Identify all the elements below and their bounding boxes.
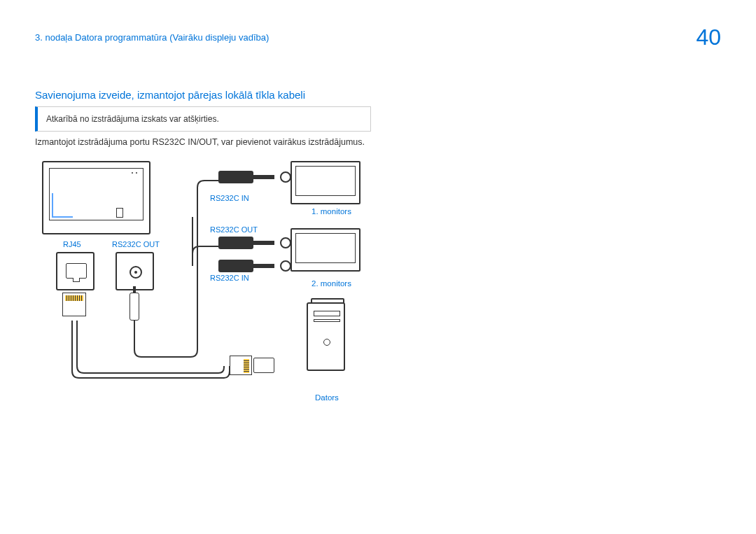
rs232c-port (115, 252, 154, 290)
monitor-2 (290, 228, 360, 272)
rs232-plug-vertical (130, 293, 139, 321)
note-box: Atkarībā no izstrādājuma izskats var atš… (35, 106, 371, 132)
section-title: Savienojuma izveide, izmantojot pārejas … (35, 89, 756, 101)
monitor-2-label: 2. monitors (312, 279, 351, 288)
monitor-1 (290, 161, 360, 204)
rj45-plug-horizontal (230, 354, 263, 379)
pc-tower (307, 302, 345, 371)
page-number: 40 (696, 24, 721, 50)
jack-ring-icon (280, 171, 291, 183)
connection-diagram: RJ45 RS232C OUT (35, 161, 455, 441)
monitor-1-label: 1. monitors (312, 207, 351, 216)
rs232c-in-label-1: RS232C IN (210, 194, 249, 202)
rs232c-out-label-2: RS232C OUT (210, 225, 258, 234)
power-button-icon (323, 339, 330, 346)
main-display-device (42, 161, 150, 234)
dators-label: Dators (315, 393, 339, 402)
rs232c-out-label: RS232C OUT (112, 240, 160, 248)
rs232c-in-label-2: RS232C IN (210, 274, 249, 282)
rj45-plug-vertical (59, 293, 89, 321)
breadcrumb: 3. nodaļa Datora programmatūra (Vairāku … (35, 32, 269, 43)
jack-ring-icon (280, 237, 291, 248)
body-text: Izmantojot izstrādājuma portu RS232C IN/… (35, 137, 756, 147)
rj45-port (56, 252, 94, 290)
jack-ring-icon (280, 260, 291, 272)
rj45-label: RJ45 (63, 240, 81, 248)
page-header: 3. nodaļa Datora programmatūra (Vairāku … (0, 0, 756, 57)
